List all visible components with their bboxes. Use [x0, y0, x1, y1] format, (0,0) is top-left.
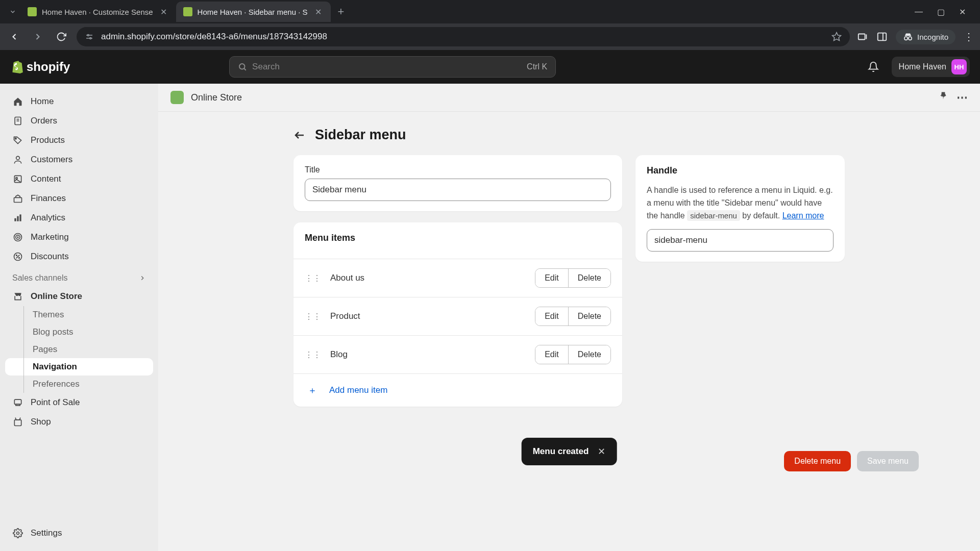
shopify-logo[interactable]: shopify — [10, 60, 70, 74]
chevron-right-icon — [139, 274, 146, 282]
site-settings-icon[interactable] — [85, 32, 94, 41]
store-menu[interactable]: Home Haven HH — [892, 57, 970, 77]
menu-icon[interactable]: ⋮ — [964, 31, 974, 43]
address-bar: admin.shopify.com/store/de8143-a6/menus/… — [0, 23, 980, 50]
side-panel-icon[interactable] — [876, 31, 888, 42]
nav-discounts[interactable]: Discounts — [5, 247, 153, 266]
title-input[interactable] — [305, 179, 611, 201]
browser-chrome: Home Haven · Customize Sense ✕ Home Have… — [0, 0, 980, 50]
edit-button[interactable]: Edit — [535, 345, 568, 364]
delete-button[interactable]: Delete — [568, 307, 610, 325]
forward-button[interactable] — [30, 29, 46, 45]
nav-settings[interactable]: Settings — [5, 523, 153, 543]
handle-help-text: A handle is used to reference a menu in … — [647, 184, 834, 222]
delete-button[interactable]: Delete — [568, 269, 610, 287]
svg-point-17 — [15, 138, 16, 139]
admin-sidebar: Home Orders Products Customers Content F… — [0, 84, 158, 551]
toast-close-icon[interactable]: ✕ — [598, 446, 605, 457]
subnav-blog-posts[interactable]: Blog posts — [5, 323, 153, 341]
tag-icon — [12, 135, 23, 146]
svg-rect-21 — [14, 197, 22, 202]
close-window-icon[interactable]: ✕ — [959, 7, 966, 17]
home-icon — [12, 96, 23, 107]
media-icon[interactable] — [857, 31, 868, 42]
page-title-row: Sidebar menu — [293, 127, 845, 143]
finances-icon — [12, 193, 23, 204]
minimize-icon[interactable]: — — [915, 7, 923, 17]
app-header: shopify Search Ctrl K Home Haven HH — [0, 50, 980, 84]
add-menu-item[interactable]: ＋ Add menu item — [293, 373, 622, 407]
drag-handle-icon[interactable]: ⋮⋮ — [305, 312, 321, 321]
nav-analytics[interactable]: Analytics — [5, 208, 153, 228]
svg-point-3 — [90, 38, 91, 39]
drag-handle-icon[interactable]: ⋮⋮ — [305, 273, 321, 283]
notifications-button[interactable] — [864, 58, 883, 76]
pos-icon — [12, 397, 23, 408]
nav-point-of-sale[interactable]: Point of Sale — [5, 393, 153, 412]
back-arrow[interactable] — [293, 129, 306, 141]
shopify-bag-icon — [10, 60, 23, 74]
nav-orders[interactable]: Orders — [5, 111, 153, 131]
handle-code-example: sidebar-menu — [687, 210, 740, 221]
toast-message: Menu created — [533, 446, 589, 457]
delete-menu-button[interactable]: Delete menu — [784, 451, 851, 471]
browser-tab-inactive[interactable]: Home Haven · Customize Sense ✕ — [20, 2, 176, 22]
row-actions: Edit Delete — [535, 268, 611, 288]
nav-shop[interactable]: Shop — [5, 412, 153, 432]
svg-rect-5 — [859, 34, 865, 40]
new-tab-button[interactable]: + — [331, 5, 352, 18]
subnav-preferences[interactable]: Preferences — [5, 375, 153, 393]
channel-header: Online Store ⋯ — [158, 84, 980, 112]
star-icon[interactable] — [831, 32, 842, 42]
nav-customers[interactable]: Customers — [5, 150, 153, 169]
tab-title: Home Haven · Sidebar menu · S — [198, 8, 308, 16]
nav-finances[interactable]: Finances — [5, 189, 153, 208]
window-controls: — ▢ ✕ — [915, 7, 975, 17]
handle-input[interactable] — [647, 229, 834, 252]
learn-more-link[interactable]: Learn more — [782, 211, 824, 220]
nav-online-store[interactable]: Online Store — [5, 287, 153, 306]
back-button[interactable] — [6, 29, 22, 45]
search-shortcut: Ctrl K — [527, 62, 547, 71]
svg-rect-34 — [14, 420, 21, 426]
global-search[interactable]: Search Ctrl K — [229, 56, 556, 78]
svg-rect-7 — [878, 33, 887, 41]
sales-channels-heading[interactable]: Sales channels — [5, 266, 153, 287]
edit-button[interactable]: Edit — [535, 269, 568, 287]
more-actions-icon[interactable]: ⋯ — [957, 91, 968, 104]
subnav-pages[interactable]: Pages — [5, 341, 153, 358]
save-menu-button[interactable]: Save menu — [857, 451, 919, 471]
reload-button[interactable] — [53, 29, 69, 45]
nav-home[interactable]: Home — [5, 92, 153, 111]
nav-products[interactable]: Products — [5, 131, 153, 150]
svg-rect-33 — [16, 404, 20, 406]
incognito-label: Incognito — [917, 33, 948, 41]
svg-point-27 — [17, 237, 18, 238]
row-actions: Edit Delete — [535, 345, 611, 364]
menu-item-label: Blog — [330, 349, 526, 360]
chevron-down-icon — [9, 8, 16, 15]
svg-point-2 — [87, 35, 89, 36]
subnav-navigation[interactable]: Navigation — [5, 358, 153, 375]
url-input[interactable]: admin.shopify.com/store/de8143-a6/menus/… — [77, 27, 850, 46]
nav-content[interactable]: Content — [5, 169, 153, 189]
tab-search-dropdown[interactable] — [5, 4, 20, 19]
drag-handle-icon[interactable]: ⋮⋮ — [305, 350, 321, 360]
close-icon[interactable]: ✕ — [313, 6, 324, 18]
nav-marketing[interactable]: Marketing — [5, 228, 153, 247]
content-icon — [12, 173, 23, 185]
edit-button[interactable]: Edit — [535, 307, 568, 325]
browser-tab-active[interactable]: Home Haven · Sidebar menu · S ✕ — [176, 2, 331, 22]
delete-button[interactable]: Delete — [568, 345, 610, 364]
page-content: Sidebar menu Title Menu items ⋮⋮ About u… — [237, 112, 901, 422]
pin-icon[interactable] — [938, 91, 948, 101]
toolbar-right: Incognito ⋮ — [857, 30, 974, 44]
maximize-icon[interactable]: ▢ — [937, 7, 945, 17]
menu-item-row: ⋮⋮ Blog Edit Delete — [293, 335, 622, 373]
store-avatar: HH — [951, 59, 967, 74]
incognito-badge[interactable]: Incognito — [896, 30, 955, 44]
close-icon[interactable]: ✕ — [158, 6, 169, 18]
subnav-themes[interactable]: Themes — [5, 306, 153, 323]
page-title: Sidebar menu — [315, 127, 406, 143]
user-icon — [12, 154, 23, 165]
